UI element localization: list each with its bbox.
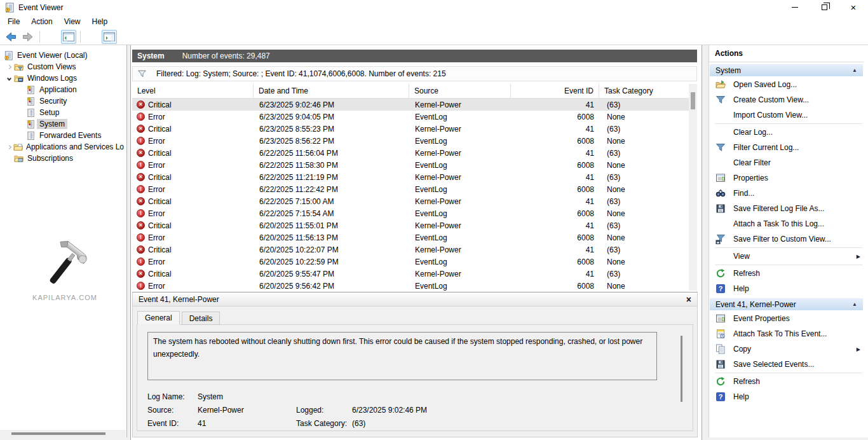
action-refresh[interactable]: Refresh [709,266,864,281]
chevron-collapsed-icon[interactable] [6,144,11,149]
column-header-level[interactable]: Level [132,84,254,98]
general-tab-content: The system has rebooted without cleanly … [137,324,693,431]
task-category-cell: None [599,183,689,195]
tree-item-forwarded-events[interactable]: Forwarded Events [0,130,126,141]
event-row[interactable]: !Error6/20/2025 10:22:59 PMEventLog6008N… [132,256,689,268]
action-create-custom-view[interactable]: Create Custom View... [709,92,864,107]
menu-file[interactable]: File [2,15,25,29]
event-row[interactable]: ×Critical6/20/2025 10:22:07 PMKernel-Pow… [132,244,689,256]
preview-scrollbar[interactable] [681,336,682,402]
action-section-header-event-41-kernel-power[interactable]: Event 41, Kernel-Power▲ [709,298,864,311]
menu-help[interactable]: Help [86,15,114,29]
chevron-expanded-icon[interactable] [7,76,11,80]
tree-scrollbar-thumb[interactable] [11,432,105,435]
action-clear-filter[interactable]: Clear Filter [709,155,864,170]
tree-item-applications-and-services-lo[interactable]: Applications and Services Lo [0,141,126,153]
actions-title: Actions [709,45,864,62]
action-refresh[interactable]: Refresh [709,374,864,389]
event-row[interactable]: ×Critical6/22/2025 7:15:00 AMKernel-Powe… [132,195,689,207]
panel-right-button[interactable] [102,30,117,44]
close-button[interactable]: × [839,0,868,15]
help-button[interactable]: ? [85,30,100,44]
action-clear-log[interactable]: Clear Log... [709,125,864,140]
action-save-filtered-log-file-as[interactable]: Save Filtered Log File As... [709,201,864,216]
event-row[interactable]: !Error6/22/2025 11:58:30 PMEventLog6008N… [132,159,689,171]
tree-item-setup[interactable]: Setup [0,107,126,118]
tree-item-event-viewer-local[interactable]: Event Viewer (Local) [0,50,126,61]
column-header-source[interactable]: Source [409,84,511,98]
panel-left-button[interactable] [61,30,76,44]
event-row[interactable]: !Error6/20/2025 9:56:42 PMEventLog6008No… [132,280,689,291]
action-filter-current-log[interactable]: Filter Current Log... [709,140,864,155]
action-copy[interactable]: Copy▶ [709,341,864,357]
action-open-saved-log[interactable]: Open Saved Log... [709,77,864,92]
action-event-properties[interactable]: Event Properties [709,311,864,326]
event-row[interactable]: ×Critical6/22/2025 11:56:04 PMKernel-Pow… [132,147,689,159]
collapse-icon[interactable]: ▲ [852,301,857,307]
level-cell: ×Critical [132,268,254,280]
forward-arrow-button[interactable] [20,30,36,44]
event-id-cell: 6008 [511,111,599,123]
source-cell: EventLog [409,256,511,268]
event-list-scrollbar-thumb[interactable] [691,92,695,109]
action-find[interactable]: Find... [709,186,864,201]
chevron-collapsed-icon[interactable] [7,64,11,69]
action-import-custom-view[interactable]: Import Custom View... [709,107,864,123]
level-value: Critical [148,173,172,182]
event-row[interactable]: ×Critical6/20/2025 11:55:01 PMKernel-Pow… [132,219,689,231]
action-label: Import Custom View... [733,111,808,120]
svg-text:?: ? [719,285,723,292]
binoculars-icon [715,188,726,198]
action-label: Save Filter to Custom View... [733,235,831,244]
tree-item-windows-logs[interactable]: Windows Logs [0,72,126,84]
tree-horizontal-scrollbar[interactable] [0,430,126,437]
event-row[interactable]: ×Critical6/22/2025 11:21:19 PMKernel-Pow… [132,171,689,183]
event-row[interactable]: !Error6/23/2025 9:04:05 PMEventLog6008No… [132,111,689,123]
restore-button[interactable] [810,0,839,15]
event-row[interactable]: ×Critical6/23/2025 9:02:46 PMKernel-Powe… [132,99,689,111]
tree-item-system[interactable]: System [0,118,126,130]
tree-item-application[interactable]: Application [0,84,126,95]
menu-action[interactable]: Action [25,15,58,29]
tree-item-subscriptions[interactable]: Subscriptions [0,153,126,164]
action-help[interactable]: ?Help [709,389,864,404]
field-label: Log Name: [147,392,198,401]
column-header-date-and-time[interactable]: Date and Time [254,84,409,98]
event-list-scrollbar[interactable] [689,84,697,291]
open-folder-button[interactable] [44,30,59,44]
event-row[interactable]: !Error6/20/2025 11:56:13 PMEventLog6008N… [132,231,689,244]
action-save-selected-events[interactable]: Save Selected Events... [709,357,864,372]
log-plain-icon [26,131,37,141]
error-icon: ! [137,258,145,266]
console-tree: Event Viewer (Local)Custom ViewsWindows … [0,45,127,437]
tab-details[interactable]: Details [182,312,220,325]
column-header-task-category[interactable]: Task Category [599,84,697,98]
source-cell: EventLog [409,207,511,219]
action-view[interactable]: View▶ [709,249,864,264]
collapse-icon[interactable]: ▲ [852,67,857,73]
tree-item-custom-views[interactable]: Custom Views [0,61,126,72]
action-attach-task-to-this-event[interactable]: Attach Task To This Event... [709,326,864,341]
action-section-header-system[interactable]: System▲ [709,64,864,77]
tab-general[interactable]: General [137,311,180,325]
event-row[interactable]: ×Critical6/20/2025 9:55:47 PMKernel-Powe… [132,268,689,280]
datetime-cell: 6/22/2025 7:15:00 AM [254,195,409,207]
tree-item-security[interactable]: Security [0,95,126,107]
event-row[interactable]: !Error6/23/2025 8:56:22 PMEventLog6008No… [132,135,689,147]
back-arrow-button[interactable] [3,30,18,44]
event-id-cell: 6008 [511,280,599,291]
task-category-cell: (63) [599,219,689,231]
minimize-button[interactable] [780,0,810,15]
event-row[interactable]: !Error6/22/2025 7:15:54 AMEventLog6008No… [132,207,689,219]
preview-close-icon[interactable]: × [686,295,691,304]
column-header-event-id[interactable]: Event ID [511,84,599,98]
event-row[interactable]: !Error6/22/2025 11:22:42 PMEventLog6008N… [132,183,689,195]
action-properties[interactable]: Properties [709,170,864,186]
action-attach-a-task-to-this-log[interactable]: Attach a Task To this Log... [709,216,864,231]
datetime-cell: 6/20/2025 10:22:59 PM [254,256,409,268]
action-save-filter-to-custom-view[interactable]: Save Filter to Custom View... [709,231,864,247]
menu-view[interactable]: View [58,15,86,29]
event-row[interactable]: ×Critical6/23/2025 8:55:23 PMKernel-Powe… [132,123,689,135]
action-help[interactable]: ?Help [709,281,864,296]
task-category-cell: (63) [599,171,689,183]
